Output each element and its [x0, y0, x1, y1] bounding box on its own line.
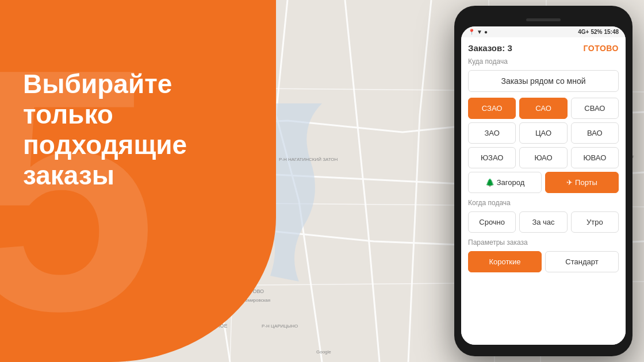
phone-frame: 📍 ▼ ● 4G+ 52% 15:48 Заказов: 3 ГОТОВО	[454, 6, 632, 356]
param-short[interactable]: Короткие	[468, 251, 542, 272]
params-section: Параметры заказа Короткие Стандарт	[468, 238, 619, 272]
ports-label: Порты	[575, 178, 597, 187]
ready-button[interactable]: ГОТОВО	[584, 44, 619, 53]
district-btn-yuao[interactable]: ЮАО	[519, 147, 567, 168]
special-row: 🌲 Загород ✈ Порты	[468, 172, 619, 193]
signal-icon: ●	[484, 29, 488, 35]
district-btn-yuzao[interactable]: ЮЗАО	[468, 147, 516, 168]
tree-icon: 🌲	[485, 178, 494, 187]
svg-text:Google: Google	[316, 349, 331, 355]
district-btn-zao[interactable]: ЗАО	[468, 122, 516, 144]
status-bar: 📍 ▼ ● 4G+ 52% 15:48	[461, 26, 626, 37]
battery-level: 52%	[591, 29, 602, 35]
location-icon: 📍	[468, 29, 475, 35]
params-grid: Короткие Стандарт	[468, 251, 619, 272]
district-btn-tsao[interactable]: ЦАО	[519, 122, 567, 144]
time-hour[interactable]: За час	[519, 211, 567, 233]
app-header: Заказов: 3 ГОТОВО	[468, 43, 619, 53]
left-content: Выбирайте только подходящие заказы	[23, 69, 264, 191]
district-btn-vao[interactable]: ВАО	[571, 122, 619, 144]
phone-notch	[461, 13, 626, 26]
district-btn-svao[interactable]: СВАО	[571, 98, 619, 119]
phone-screen: 📍 ▼ ● 4G+ 52% 15:48 Заказов: 3 ГОТОВО	[461, 26, 626, 345]
pickup-label: Куда подача	[468, 57, 619, 66]
countryside-button[interactable]: 🌲 Загород	[468, 172, 542, 193]
plane-icon: ✈	[566, 178, 573, 187]
districts-grid: СЗАО САО СВАО ЗАО ЦАО ВАО ЮЗАО ЮАО ЮВАО	[468, 98, 619, 168]
district-btn-szao[interactable]: СЗАО	[468, 98, 516, 119]
ports-button[interactable]: ✈ Порты	[545, 172, 619, 193]
status-right: 4G+ 52% 15:48	[578, 29, 619, 35]
phone-mockup: 📍 ▼ ● 4G+ 52% 15:48 Заказов: 3 ГОТОВО	[454, 6, 632, 356]
nearby-button[interactable]: Заказы рядом со мной	[468, 70, 619, 92]
time-grid: Срочно За час Утро	[468, 211, 619, 233]
title-line1: Выбирайте только	[23, 69, 172, 129]
app-content: Заказов: 3 ГОТОВО Куда подача Заказы ряд…	[461, 37, 626, 345]
when-label: Когда подача	[468, 199, 619, 207]
time-morning[interactable]: Утро	[571, 211, 619, 233]
svg-text:Р-Н ЦАРИЦЫНО: Р-Н ЦАРИЦЫНО	[262, 324, 298, 329]
orders-count-label: Заказов: 3	[468, 43, 512, 53]
params-label: Параметры заказа	[468, 238, 619, 247]
when-section: Когда подача Срочно За час Утро	[468, 199, 619, 233]
main-title: Выбирайте только подходящие заказы	[23, 69, 264, 191]
title-line2: подходящие заказы	[23, 130, 187, 190]
clock: 15:48	[604, 29, 619, 35]
phone-speaker	[526, 18, 561, 21]
district-btn-sao[interactable]: САО	[519, 98, 567, 119]
param-standard[interactable]: Стандарт	[545, 251, 619, 272]
district-btn-yuvao[interactable]: ЮВАО	[571, 147, 619, 168]
time-urgent[interactable]: Срочно	[468, 211, 516, 233]
wifi-icon: ▼	[477, 29, 482, 35]
network-indicator: 4G+	[578, 29, 589, 35]
countryside-label: Загород	[497, 178, 525, 187]
svg-text:Р-Н НАГАТИНСКИЙ ЗАТОН: Р-Н НАГАТИНСКИЙ ЗАТОН	[279, 157, 338, 162]
status-left: 📍 ▼ ●	[468, 29, 488, 35]
